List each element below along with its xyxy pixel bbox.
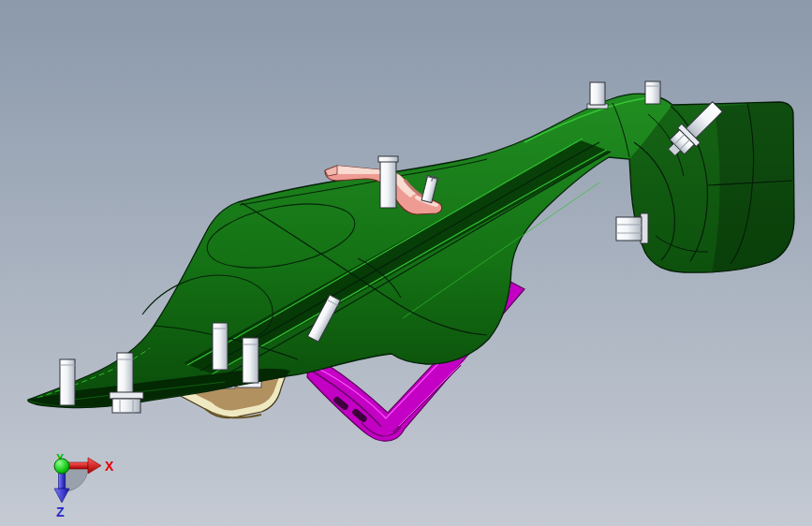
hex-bolt-side[interactable]: [616, 213, 648, 243]
z-axis-label: Z: [56, 504, 65, 519]
locating-pin[interactable]: [117, 353, 133, 395]
x-axis-label: X: [105, 459, 114, 474]
locating-pin[interactable]: [60, 359, 75, 405]
locating-pin[interactable]: [645, 81, 660, 104]
right-block-side-shading: [712, 102, 794, 272]
cad-viewport[interactable]: Y X Z: [0, 0, 812, 526]
locating-pin[interactable]: [378, 156, 398, 208]
x-axis-arrow[interactable]: [67, 462, 88, 469]
bolt-flange: [110, 392, 143, 399]
hex-bolt[interactable]: [110, 392, 143, 413]
origin-sphere[interactable]: [54, 459, 69, 474]
pin-cap: [378, 156, 398, 162]
locating-pin[interactable]: [213, 323, 228, 370]
locating-pin[interactable]: [243, 338, 258, 383]
bolt-hex-head: [112, 399, 140, 413]
locating-pin[interactable]: [587, 82, 608, 109]
bolt-hex-head: [616, 217, 642, 241]
